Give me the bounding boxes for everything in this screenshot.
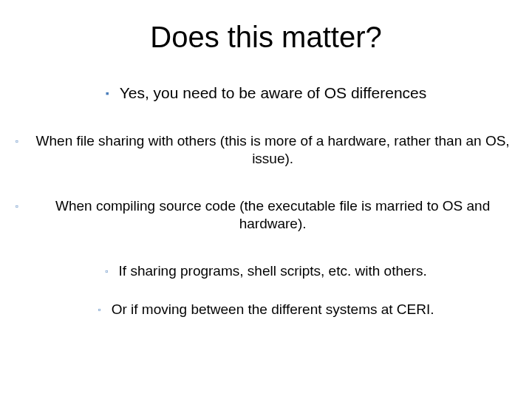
square-bullet-icon: ▪ — [106, 83, 109, 103]
bullet-text: When compiling source code (the executab… — [29, 197, 516, 233]
bullet-text: Yes, you need to be aware of OS differen… — [120, 83, 427, 103]
hollow-square-bullet-icon: ▫ — [16, 132, 18, 150]
slide: Does this matter? ▪ Yes, you need to be … — [0, 0, 532, 399]
bullet-text: If sharing programs, shell scripts, etc.… — [119, 262, 427, 280]
bullet-text: When file sharing with others (this is m… — [29, 132, 516, 168]
hollow-square-bullet-icon: ▫ — [16, 197, 18, 215]
hollow-square-bullet-icon: ▫ — [98, 301, 100, 318]
bullet-text: Or if moving between the different syste… — [112, 301, 434, 318]
bullet-level2: ▫ Or if moving between the different sys… — [15, 301, 517, 318]
bullet-level2: ▫ If sharing programs, shell scripts, et… — [15, 262, 517, 280]
hollow-square-bullet-icon: ▫ — [105, 262, 108, 280]
bullet-level2: ▫ When compiling source code (the execut… — [15, 197, 517, 233]
slide-title: Does this matter? — [15, 21, 517, 54]
bullet-level2: ▫ When file sharing with others (this is… — [15, 132, 517, 168]
bullet-level1: ▪ Yes, you need to be aware of OS differ… — [15, 83, 517, 103]
